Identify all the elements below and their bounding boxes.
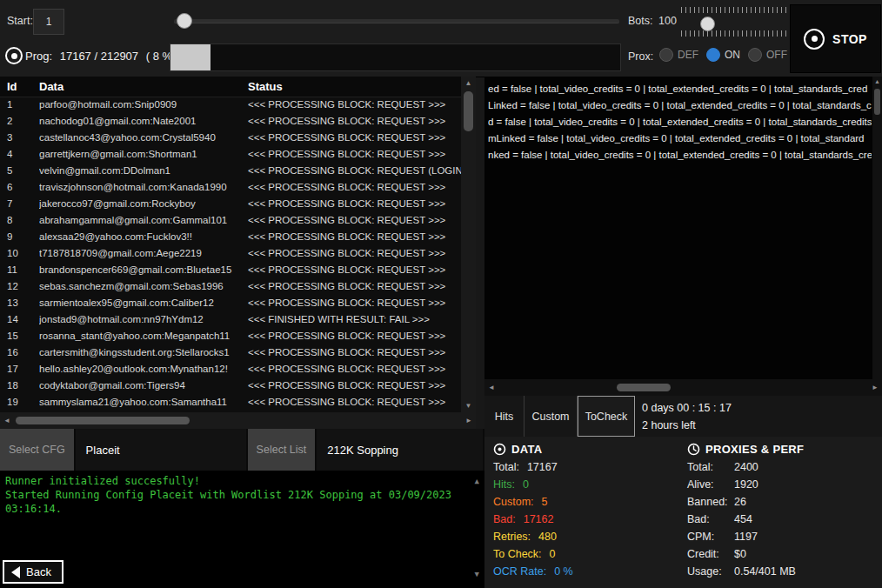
table-row[interactable]: 19sammyslama21@yahoo.com:Samantha11<<< P… (0, 394, 461, 411)
back-button[interactable]: Back (3, 560, 63, 584)
bots-slider-ticks-top (681, 7, 787, 13)
table-row[interactable]: 7jakerocco97@gmail.com:Rockyboy<<< PROCE… (0, 196, 461, 212)
table-row[interactable]: 8abrahamgammal@gmail.com:Gammal101<<< PR… (0, 212, 461, 229)
proxy-stats-header: PROXIES & PERF (687, 443, 804, 456)
progress-bar (170, 43, 621, 71)
table-horizontal-scrollbar[interactable]: ◄ ► (0, 412, 476, 429)
results-table-header: Id Data Status (0, 77, 461, 97)
select-list-button[interactable]: Select List (248, 429, 317, 471)
config-name: Placeit (76, 429, 248, 471)
stat-tocheck: To Check:0 (493, 545, 573, 563)
proxy-cpm: CPM:1197 (687, 528, 804, 545)
stat-hits: Hits:0 (493, 476, 573, 493)
runner-log-line: Started Running Config Placeit with Word… (5, 488, 462, 516)
stop-button[interactable]: STOP (790, 4, 881, 73)
capture-vertical-scrollbar[interactable]: ▲ (872, 77, 882, 379)
radio-icon (748, 48, 762, 62)
progress-radio-icon (5, 47, 23, 64)
data-icon (493, 443, 506, 456)
proxy-stats-column: PROXIES & PERF Total:2400 Alive:1920 Ban… (687, 443, 804, 580)
table-row[interactable]: 1parfoo@hotmail.com:Snip0909<<< PROCESSI… (0, 97, 461, 113)
table-hscroll-thumb[interactable] (16, 417, 190, 424)
proxy-banned: Banned:26 (687, 493, 804, 511)
progress-text: Prog: 17167 / 212907 ( 8 %) (25, 50, 176, 63)
capture-line: ed = false | total_video_credits = 0 | t… (488, 81, 872, 97)
bots-slider[interactable] (681, 7, 787, 38)
capture-hscroll-thumb[interactable] (617, 384, 671, 391)
runner-log-line: Runner initialized succesfully! (5, 474, 462, 488)
column-header-status: Status (248, 80, 461, 93)
column-header-id: Id (0, 80, 39, 93)
scroll-up-icon[interactable]: ▲ (475, 474, 479, 488)
proxy-alive: Alive:1920 (687, 476, 804, 493)
table-row[interactable]: 2nachodog01@gmail.com:Nate2001<<< PROCES… (0, 113, 461, 130)
timer: 0 days 00 : 15 : 17 2 hours left (642, 396, 732, 437)
table-row[interactable]: 15rosanna_stant@yahoo.com:Meganpatch11<<… (0, 328, 461, 344)
clock-icon (687, 443, 700, 456)
start-slider-track[interactable] (174, 19, 619, 23)
bots-label: Bots: (628, 15, 653, 27)
scroll-left-icon[interactable]: ◄ (484, 379, 498, 396)
table-row[interactable]: 13sarmientoalex95@gmail.com:Caliber12<<<… (0, 295, 461, 311)
proxy-option-on[interactable]: ON (706, 48, 740, 62)
table-row[interactable]: 14jonstad9@hotmail.com:nn97hYdm12<<< FIN… (0, 311, 461, 328)
bots-value: 100 (658, 15, 677, 27)
results-table: Id Data Status 1parfoo@hotmail.com:Snip0… (0, 77, 476, 429)
table-row[interactable]: 3castellanoc43@yahoo.com:Crystal5940<<< … (0, 130, 461, 146)
table-row[interactable]: 18codyktabor@gmail.com:Tigers94<<< PROCE… (0, 378, 461, 394)
table-row[interactable]: 5velvin@gmail.com:DDolman1<<< PROCESSING… (0, 163, 461, 179)
progress-value: 17167 / 212907 (60, 50, 138, 63)
table-vertical-scrollbar[interactable]: ▲ ▼ (461, 77, 476, 412)
stop-button-label: STOP (832, 32, 867, 46)
progress-label: Prog: (25, 50, 52, 63)
stat-bad: Bad:17162 (493, 511, 573, 528)
scroll-left-icon[interactable]: ◄ (0, 412, 14, 429)
capture-line: mLinked = false | total_video_credits = … (488, 130, 872, 147)
config-bar: Select CFG Placeit Select List 212K Sopp… (0, 429, 484, 471)
table-vscroll-thumb[interactable] (464, 91, 473, 131)
tab-tocheck[interactable]: ToCheck (578, 396, 635, 437)
timer-remaining: 2 hours left (642, 417, 732, 434)
capture-horizontal-scrollbar[interactable]: ◄ ► (484, 379, 882, 396)
runner-log: Runner initialized succesfully! Started … (0, 471, 484, 588)
bots-slider-handle[interactable] (700, 17, 715, 31)
scroll-down-icon[interactable]: ▼ (475, 567, 479, 581)
scroll-up-icon[interactable]: ▲ (461, 77, 476, 90)
proxy-option-def[interactable]: DEF (659, 48, 698, 62)
stats-panel: DATA Total:17167 Hits:0 Custom:5 Bad:171… (484, 437, 882, 588)
start-input[interactable] (33, 9, 64, 35)
column-header-data: Data (39, 80, 248, 93)
progress-bar-fill (170, 44, 210, 70)
capture-vscroll-thumb[interactable] (874, 89, 880, 115)
table-row[interactable]: 16cartersmith@kingsstudent.org:Stellaroc… (0, 344, 461, 361)
data-stats-column: DATA Total:17167 Hits:0 Custom:5 Bad:171… (493, 443, 573, 580)
start-slider-handle[interactable] (177, 13, 192, 29)
scroll-right-icon[interactable]: ► (462, 412, 476, 429)
scroll-up-icon[interactable]: ▲ (872, 77, 882, 87)
stat-ocr-rate: OCR Rate:0 % (493, 563, 573, 580)
proxy-bad: Bad:454 (687, 511, 804, 528)
table-row[interactable]: 10t7187818709@gmail.com:Aege2219<<< PROC… (0, 245, 461, 262)
stop-record-icon (804, 29, 825, 50)
tab-custom[interactable]: Custom (525, 396, 578, 437)
table-row[interactable]: 11brandonspencer669@gmail.com:Bluetae15<… (0, 262, 461, 278)
wordlist-name: 212K Sopping (317, 429, 484, 471)
results-table-body: 1parfoo@hotmail.com:Snip0909<<< PROCESSI… (0, 97, 461, 412)
scroll-right-icon[interactable]: ► (868, 379, 882, 396)
proxy-option-off[interactable]: OFF (748, 48, 787, 62)
table-row[interactable]: 9alexsaa29@yahoo.com:Fucklov3!!<<< PROCE… (0, 229, 461, 245)
bots-slider-ticks-bottom (681, 30, 787, 37)
table-row[interactable]: 6traviszjohnson@hotmail.com:Kanada1990<<… (0, 179, 461, 196)
capture-line: Linked = false | total_video_credits = 0… (488, 97, 872, 114)
stat-total: Total:17167 (493, 458, 573, 476)
proxy-mode-group: DEF ON OFF (659, 48, 787, 62)
scroll-down-icon[interactable]: ▼ (461, 399, 476, 412)
table-row[interactable]: 12sebas.sanchezm@gmail.com:Sebas1996<<< … (0, 278, 461, 295)
table-row[interactable]: 4garrettjkern@gmail.com:Shortman1<<< PRO… (0, 146, 461, 163)
tab-hits[interactable]: Hits (484, 396, 525, 437)
capture-log-lines: ed = false | total_video_credits = 0 | t… (488, 81, 872, 378)
select-cfg-button[interactable]: Select CFG (0, 429, 76, 471)
results-tabs-row: Hits Custom ToCheck 0 days 00 : 15 : 17 … (484, 396, 882, 437)
radio-selected-icon (706, 48, 720, 62)
table-row[interactable]: 17hello.ashley20@outlook.com:Mynathan12!… (0, 361, 461, 378)
